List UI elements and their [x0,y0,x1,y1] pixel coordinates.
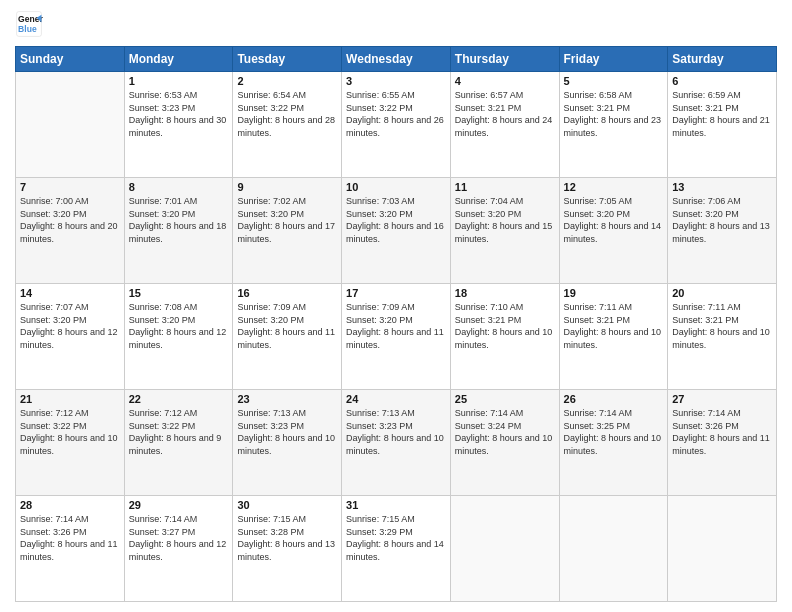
day-number: 17 [346,287,446,299]
day-info: Sunrise: 7:10 AMSunset: 3:21 PMDaylight:… [455,302,553,350]
day-number: 20 [672,287,772,299]
day-number: 6 [672,75,772,87]
calendar-cell: 20Sunrise: 7:11 AMSunset: 3:21 PMDayligh… [668,284,777,390]
day-number: 19 [564,287,664,299]
day-info: Sunrise: 6:57 AMSunset: 3:21 PMDaylight:… [455,90,553,138]
day-info: Sunrise: 7:14 AMSunset: 3:25 PMDaylight:… [564,408,662,456]
day-number: 3 [346,75,446,87]
calendar-cell: 8Sunrise: 7:01 AMSunset: 3:20 PMDaylight… [124,178,233,284]
calendar-cell: 4Sunrise: 6:57 AMSunset: 3:21 PMDaylight… [450,72,559,178]
day-number: 15 [129,287,229,299]
day-number: 12 [564,181,664,193]
calendar-header-row: SundayMondayTuesdayWednesdayThursdayFrid… [16,47,777,72]
calendar-cell: 24Sunrise: 7:13 AMSunset: 3:23 PMDayligh… [342,390,451,496]
calendar-cell: 2Sunrise: 6:54 AMSunset: 3:22 PMDaylight… [233,72,342,178]
calendar-cell: 17Sunrise: 7:09 AMSunset: 3:20 PMDayligh… [342,284,451,390]
day-header-monday: Monday [124,47,233,72]
day-info: Sunrise: 7:13 AMSunset: 3:23 PMDaylight:… [237,408,335,456]
day-info: Sunrise: 7:04 AMSunset: 3:20 PMDaylight:… [455,196,553,244]
calendar-week-1: 1Sunrise: 6:53 AMSunset: 3:23 PMDaylight… [16,72,777,178]
day-number: 8 [129,181,229,193]
day-header-tuesday: Tuesday [233,47,342,72]
day-number: 1 [129,75,229,87]
day-number: 31 [346,499,446,511]
day-header-wednesday: Wednesday [342,47,451,72]
day-info: Sunrise: 7:07 AMSunset: 3:20 PMDaylight:… [20,302,118,350]
calendar-week-2: 7Sunrise: 7:00 AMSunset: 3:20 PMDaylight… [16,178,777,284]
calendar-cell: 18Sunrise: 7:10 AMSunset: 3:21 PMDayligh… [450,284,559,390]
day-number: 11 [455,181,555,193]
calendar-cell: 16Sunrise: 7:09 AMSunset: 3:20 PMDayligh… [233,284,342,390]
calendar-cell: 31Sunrise: 7:15 AMSunset: 3:29 PMDayligh… [342,496,451,602]
day-info: Sunrise: 7:06 AMSunset: 3:20 PMDaylight:… [672,196,770,244]
day-info: Sunrise: 7:14 AMSunset: 3:24 PMDaylight:… [455,408,553,456]
logo: General Blue [15,10,43,38]
day-number: 14 [20,287,120,299]
day-info: Sunrise: 7:05 AMSunset: 3:20 PMDaylight:… [564,196,662,244]
day-number: 7 [20,181,120,193]
day-header-sunday: Sunday [16,47,125,72]
day-number: 23 [237,393,337,405]
day-info: Sunrise: 7:14 AMSunset: 3:26 PMDaylight:… [672,408,770,456]
calendar-cell: 23Sunrise: 7:13 AMSunset: 3:23 PMDayligh… [233,390,342,496]
day-info: Sunrise: 7:02 AMSunset: 3:20 PMDaylight:… [237,196,335,244]
calendar-cell: 1Sunrise: 6:53 AMSunset: 3:23 PMDaylight… [124,72,233,178]
calendar-cell: 29Sunrise: 7:14 AMSunset: 3:27 PMDayligh… [124,496,233,602]
day-number: 5 [564,75,664,87]
day-info: Sunrise: 7:09 AMSunset: 3:20 PMDaylight:… [237,302,335,350]
calendar-cell [16,72,125,178]
calendar-cell: 13Sunrise: 7:06 AMSunset: 3:20 PMDayligh… [668,178,777,284]
day-header-thursday: Thursday [450,47,559,72]
day-number: 2 [237,75,337,87]
calendar-week-4: 21Sunrise: 7:12 AMSunset: 3:22 PMDayligh… [16,390,777,496]
calendar-cell: 22Sunrise: 7:12 AMSunset: 3:22 PMDayligh… [124,390,233,496]
day-header-saturday: Saturday [668,47,777,72]
day-number: 28 [20,499,120,511]
day-info: Sunrise: 7:03 AMSunset: 3:20 PMDaylight:… [346,196,444,244]
calendar-cell [559,496,668,602]
calendar-cell: 30Sunrise: 7:15 AMSunset: 3:28 PMDayligh… [233,496,342,602]
day-info: Sunrise: 7:11 AMSunset: 3:21 PMDaylight:… [672,302,770,350]
day-number: 16 [237,287,337,299]
day-info: Sunrise: 6:59 AMSunset: 3:21 PMDaylight:… [672,90,770,138]
day-info: Sunrise: 7:00 AMSunset: 3:20 PMDaylight:… [20,196,118,244]
calendar-cell: 9Sunrise: 7:02 AMSunset: 3:20 PMDaylight… [233,178,342,284]
calendar-cell: 3Sunrise: 6:55 AMSunset: 3:22 PMDaylight… [342,72,451,178]
calendar-cell: 25Sunrise: 7:14 AMSunset: 3:24 PMDayligh… [450,390,559,496]
page: General Blue SundayMondayTuesdayWednesda… [0,0,792,612]
calendar-cell: 12Sunrise: 7:05 AMSunset: 3:20 PMDayligh… [559,178,668,284]
calendar-week-5: 28Sunrise: 7:14 AMSunset: 3:26 PMDayligh… [16,496,777,602]
calendar-cell: 7Sunrise: 7:00 AMSunset: 3:20 PMDaylight… [16,178,125,284]
day-header-friday: Friday [559,47,668,72]
calendar-cell [450,496,559,602]
day-info: Sunrise: 7:13 AMSunset: 3:23 PMDaylight:… [346,408,444,456]
calendar-cell: 14Sunrise: 7:07 AMSunset: 3:20 PMDayligh… [16,284,125,390]
day-info: Sunrise: 7:12 AMSunset: 3:22 PMDaylight:… [20,408,118,456]
day-info: Sunrise: 7:08 AMSunset: 3:20 PMDaylight:… [129,302,227,350]
day-number: 27 [672,393,772,405]
day-info: Sunrise: 7:09 AMSunset: 3:20 PMDaylight:… [346,302,444,350]
calendar-cell: 11Sunrise: 7:04 AMSunset: 3:20 PMDayligh… [450,178,559,284]
calendar-cell [668,496,777,602]
svg-text:Blue: Blue [18,24,37,34]
day-number: 24 [346,393,446,405]
logo-icon: General Blue [15,10,43,38]
calendar-cell: 10Sunrise: 7:03 AMSunset: 3:20 PMDayligh… [342,178,451,284]
day-number: 18 [455,287,555,299]
calendar-cell: 6Sunrise: 6:59 AMSunset: 3:21 PMDaylight… [668,72,777,178]
day-info: Sunrise: 7:14 AMSunset: 3:26 PMDaylight:… [20,514,118,562]
calendar-cell: 21Sunrise: 7:12 AMSunset: 3:22 PMDayligh… [16,390,125,496]
calendar-cell: 19Sunrise: 7:11 AMSunset: 3:21 PMDayligh… [559,284,668,390]
calendar-cell: 15Sunrise: 7:08 AMSunset: 3:20 PMDayligh… [124,284,233,390]
calendar-cell: 5Sunrise: 6:58 AMSunset: 3:21 PMDaylight… [559,72,668,178]
day-number: 25 [455,393,555,405]
calendar-cell: 26Sunrise: 7:14 AMSunset: 3:25 PMDayligh… [559,390,668,496]
calendar-week-3: 14Sunrise: 7:07 AMSunset: 3:20 PMDayligh… [16,284,777,390]
day-info: Sunrise: 7:15 AMSunset: 3:28 PMDaylight:… [237,514,335,562]
day-number: 10 [346,181,446,193]
day-number: 30 [237,499,337,511]
day-info: Sunrise: 6:55 AMSunset: 3:22 PMDaylight:… [346,90,444,138]
day-number: 9 [237,181,337,193]
day-info: Sunrise: 7:11 AMSunset: 3:21 PMDaylight:… [564,302,662,350]
day-info: Sunrise: 7:12 AMSunset: 3:22 PMDaylight:… [129,408,222,456]
